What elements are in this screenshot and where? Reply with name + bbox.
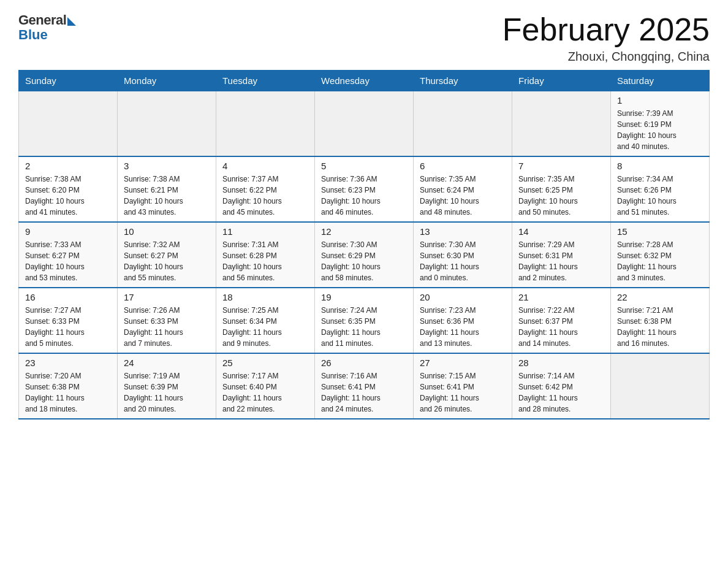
day-number: 5 — [321, 161, 407, 171]
title-block: February 2025 Zhouxi, Chongqing, China — [502, 12, 710, 64]
day-info: Sunrise: 7:16 AM Sunset: 6:41 PM Dayligh… — [321, 370, 407, 415]
day-number: 20 — [420, 292, 506, 302]
calendar-cell: 13Sunrise: 7:30 AM Sunset: 6:30 PM Dayli… — [414, 222, 512, 288]
day-number: 18 — [222, 292, 308, 302]
day-info: Sunrise: 7:33 AM Sunset: 6:27 PM Dayligh… — [25, 239, 111, 283]
day-number: 7 — [518, 161, 604, 171]
day-header-monday: Monday — [118, 71, 216, 91]
calendar-cell: 18Sunrise: 7:25 AM Sunset: 6:34 PM Dayli… — [216, 288, 315, 353]
calendar-cell: 25Sunrise: 7:17 AM Sunset: 6:40 PM Dayli… — [216, 353, 315, 419]
day-info: Sunrise: 7:26 AM Sunset: 6:33 PM Dayligh… — [124, 305, 210, 349]
day-number: 17 — [124, 292, 210, 302]
day-header-sunday: Sunday — [19, 71, 118, 91]
day-number: 15 — [617, 226, 703, 237]
day-info: Sunrise: 7:31 AM Sunset: 6:28 PM Dayligh… — [222, 239, 308, 283]
calendar-cell: 5Sunrise: 7:36 AM Sunset: 6:23 PM Daylig… — [315, 156, 414, 222]
day-number: 16 — [25, 292, 111, 302]
calendar-cell: 11Sunrise: 7:31 AM Sunset: 6:28 PM Dayli… — [216, 222, 315, 288]
calendar-cell — [414, 91, 512, 157]
calendar-week-row: 23Sunrise: 7:20 AM Sunset: 6:38 PM Dayli… — [19, 353, 710, 419]
day-info: Sunrise: 7:32 AM Sunset: 6:27 PM Dayligh… — [124, 239, 210, 283]
page-header: General Blue February 2025 Zhouxi, Chong… — [18, 12, 710, 64]
day-number: 8 — [617, 161, 703, 171]
calendar-header-row: SundayMondayTuesdayWednesdayThursdayFrid… — [19, 71, 710, 91]
day-info: Sunrise: 7:35 AM Sunset: 6:24 PM Dayligh… — [420, 174, 506, 218]
calendar-cell: 4Sunrise: 7:37 AM Sunset: 6:22 PM Daylig… — [216, 156, 315, 222]
calendar-cell — [512, 91, 611, 157]
calendar-cell: 28Sunrise: 7:14 AM Sunset: 6:42 PM Dayli… — [512, 353, 611, 419]
day-number: 22 — [617, 292, 703, 302]
day-number: 12 — [321, 226, 407, 237]
day-info: Sunrise: 7:22 AM Sunset: 6:37 PM Dayligh… — [518, 305, 604, 349]
day-number: 26 — [321, 358, 407, 368]
day-number: 21 — [518, 292, 604, 302]
day-number: 1 — [617, 95, 703, 105]
calendar-cell: 21Sunrise: 7:22 AM Sunset: 6:37 PM Dayli… — [512, 288, 611, 353]
day-info: Sunrise: 7:29 AM Sunset: 6:31 PM Dayligh… — [518, 239, 604, 283]
logo-blue-text: Blue — [18, 27, 48, 43]
calendar-cell — [19, 91, 118, 157]
calendar-cell: 7Sunrise: 7:35 AM Sunset: 6:25 PM Daylig… — [512, 156, 611, 222]
day-info: Sunrise: 7:14 AM Sunset: 6:42 PM Dayligh… — [518, 370, 604, 415]
calendar-cell: 3Sunrise: 7:38 AM Sunset: 6:21 PM Daylig… — [118, 156, 216, 222]
calendar-cell: 12Sunrise: 7:30 AM Sunset: 6:29 PM Dayli… — [315, 222, 414, 288]
day-info: Sunrise: 7:23 AM Sunset: 6:36 PM Dayligh… — [420, 305, 506, 349]
day-number: 19 — [321, 292, 407, 302]
day-info: Sunrise: 7:38 AM Sunset: 6:20 PM Dayligh… — [25, 174, 111, 218]
day-number: 9 — [25, 226, 111, 237]
calendar-week-row: 16Sunrise: 7:27 AM Sunset: 6:33 PM Dayli… — [19, 288, 710, 353]
calendar-cell: 1Sunrise: 7:39 AM Sunset: 6:19 PM Daylig… — [611, 91, 710, 157]
day-header-tuesday: Tuesday — [216, 71, 315, 91]
day-number: 27 — [420, 358, 506, 368]
calendar-table: SundayMondayTuesdayWednesdayThursdayFrid… — [18, 70, 710, 419]
day-info: Sunrise: 7:34 AM Sunset: 6:26 PM Dayligh… — [617, 174, 703, 218]
day-number: 25 — [222, 358, 308, 368]
calendar-cell: 26Sunrise: 7:16 AM Sunset: 6:41 PM Dayli… — [315, 353, 414, 419]
day-header-thursday: Thursday — [414, 71, 512, 91]
calendar-cell: 19Sunrise: 7:24 AM Sunset: 6:35 PM Dayli… — [315, 288, 414, 353]
calendar-cell — [315, 91, 414, 157]
calendar-cell: 27Sunrise: 7:15 AM Sunset: 6:41 PM Dayli… — [414, 353, 512, 419]
calendar-cell — [118, 91, 216, 157]
calendar-week-row: 1Sunrise: 7:39 AM Sunset: 6:19 PM Daylig… — [19, 91, 710, 157]
calendar-cell: 10Sunrise: 7:32 AM Sunset: 6:27 PM Dayli… — [118, 222, 216, 288]
day-number: 3 — [124, 161, 210, 171]
calendar-cell: 15Sunrise: 7:28 AM Sunset: 6:32 PM Dayli… — [611, 222, 710, 288]
logo: General Blue — [18, 12, 76, 43]
calendar-cell: 20Sunrise: 7:23 AM Sunset: 6:36 PM Dayli… — [414, 288, 512, 353]
day-info: Sunrise: 7:15 AM Sunset: 6:41 PM Dayligh… — [420, 370, 506, 415]
month-title: February 2025 — [502, 12, 710, 47]
day-info: Sunrise: 7:30 AM Sunset: 6:29 PM Dayligh… — [321, 239, 407, 283]
day-number: 13 — [420, 226, 506, 237]
day-number: 14 — [518, 226, 604, 237]
calendar-cell: 14Sunrise: 7:29 AM Sunset: 6:31 PM Dayli… — [512, 222, 611, 288]
day-number: 4 — [222, 161, 308, 171]
day-info: Sunrise: 7:37 AM Sunset: 6:22 PM Dayligh… — [222, 174, 308, 218]
day-info: Sunrise: 7:17 AM Sunset: 6:40 PM Dayligh… — [222, 370, 308, 415]
day-info: Sunrise: 7:38 AM Sunset: 6:21 PM Dayligh… — [124, 174, 210, 218]
day-info: Sunrise: 7:25 AM Sunset: 6:34 PM Dayligh… — [222, 305, 308, 349]
day-info: Sunrise: 7:27 AM Sunset: 6:33 PM Dayligh… — [25, 305, 111, 349]
day-info: Sunrise: 7:35 AM Sunset: 6:25 PM Dayligh… — [518, 174, 604, 218]
calendar-cell — [611, 353, 710, 419]
calendar-week-row: 2Sunrise: 7:38 AM Sunset: 6:20 PM Daylig… — [19, 156, 710, 222]
day-info: Sunrise: 7:39 AM Sunset: 6:19 PM Dayligh… — [617, 108, 703, 152]
day-header-wednesday: Wednesday — [315, 71, 414, 91]
day-number: 2 — [25, 161, 111, 171]
day-number: 24 — [124, 358, 210, 368]
day-info: Sunrise: 7:19 AM Sunset: 6:39 PM Dayligh… — [124, 370, 210, 415]
location-text: Zhouxi, Chongqing, China — [502, 50, 710, 64]
calendar-cell: 9Sunrise: 7:33 AM Sunset: 6:27 PM Daylig… — [19, 222, 118, 288]
day-info: Sunrise: 7:30 AM Sunset: 6:30 PM Dayligh… — [420, 239, 506, 283]
calendar-cell: 8Sunrise: 7:34 AM Sunset: 6:26 PM Daylig… — [611, 156, 710, 222]
calendar-cell: 2Sunrise: 7:38 AM Sunset: 6:20 PM Daylig… — [19, 156, 118, 222]
day-info: Sunrise: 7:28 AM Sunset: 6:32 PM Dayligh… — [617, 239, 703, 283]
day-info: Sunrise: 7:20 AM Sunset: 6:38 PM Dayligh… — [25, 370, 111, 415]
calendar-cell — [216, 91, 315, 157]
day-number: 23 — [25, 358, 111, 368]
day-header-saturday: Saturday — [611, 71, 710, 91]
calendar-cell: 23Sunrise: 7:20 AM Sunset: 6:38 PM Dayli… — [19, 353, 118, 419]
calendar-cell: 6Sunrise: 7:35 AM Sunset: 6:24 PM Daylig… — [414, 156, 512, 222]
day-number: 10 — [124, 226, 210, 237]
logo-arrow-icon — [67, 17, 76, 26]
